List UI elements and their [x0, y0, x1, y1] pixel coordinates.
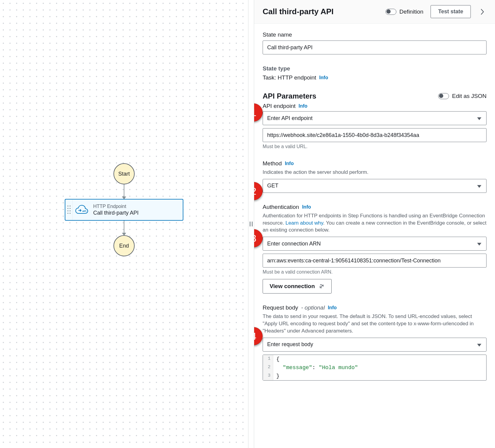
- view-connection-button[interactable]: View connection: [263, 279, 332, 294]
- state-type-label: State type: [263, 65, 487, 72]
- connector-arrow: [124, 184, 124, 199]
- authentication-select-placeholder: Enter connection ARN: [267, 241, 321, 247]
- svg-rect-4: [67, 210, 68, 211]
- svg-rect-1: [70, 206, 70, 206]
- state-name-input[interactable]: [263, 41, 487, 54]
- svg-rect-2: [67, 208, 68, 209]
- panel-header: Call third-party API Definition Test sta…: [254, 0, 495, 24]
- request-body-info-link[interactable]: Info: [328, 305, 336, 310]
- api-cloud-icon: API: [73, 204, 91, 215]
- task-title-label: Call third-party API: [93, 210, 139, 216]
- api-endpoint-select-placeholder: Enter API endpoint: [267, 115, 313, 122]
- end-node-label: End: [119, 243, 129, 249]
- edit-as-json-label: Edit as JSON: [452, 93, 487, 99]
- annotation-badge-1: 1: [254, 103, 263, 122]
- authentication-select[interactable]: Enter connection ARN: [263, 237, 487, 251]
- authentication-description: Authentication for HTTP endpoints in Ste…: [263, 212, 487, 234]
- request-body-description: The data to send in your request. The de…: [263, 313, 487, 334]
- test-state-button[interactable]: Test state: [431, 5, 471, 18]
- method-select[interactable]: GET: [263, 179, 487, 193]
- api-endpoint-input[interactable]: [263, 128, 487, 142]
- method-description: Indicates the action the server should p…: [263, 169, 487, 176]
- workflow-canvas[interactable]: Start API HTTP Endpoint Call third-party…: [0, 0, 248, 448]
- svg-rect-0: [67, 206, 68, 206]
- method-info-link[interactable]: Info: [285, 161, 293, 166]
- method-label: Method: [263, 160, 282, 167]
- annotation-badge-2: 2: [254, 182, 263, 200]
- collapse-panel-icon[interactable]: [478, 8, 487, 16]
- state-type-info-link[interactable]: Info: [319, 75, 328, 80]
- state-type-value: Task: HTTP endpoint: [263, 74, 316, 81]
- api-endpoint-label: API endpoint: [263, 103, 296, 109]
- drag-handle-icon[interactable]: [65, 200, 73, 220]
- method-select-value: GET: [267, 183, 278, 189]
- request-body-select[interactable]: Enter request body: [263, 338, 487, 352]
- start-node[interactable]: Start: [113, 163, 135, 184]
- api-endpoint-select[interactable]: Enter API endpoint: [263, 111, 487, 125]
- annotation-badge-3: 3: [254, 229, 263, 247]
- svg-rect-9: [250, 222, 251, 226]
- authentication-helper: Must be a valid connection ARN.: [263, 269, 487, 275]
- request-body-select-placeholder: Enter request body: [267, 341, 313, 348]
- task-kind-label: HTTP Endpoint: [93, 204, 139, 209]
- svg-rect-10: [252, 222, 253, 226]
- task-node-call-api[interactable]: API HTTP Endpoint Call third-party API: [65, 199, 183, 221]
- request-body-label: Request body: [263, 304, 298, 311]
- panel-title: Call third-party API: [263, 7, 378, 16]
- state-name-label: State name: [263, 31, 487, 38]
- inspector-panel: Call third-party API Definition Test sta…: [254, 0, 495, 448]
- start-node-label: Start: [118, 171, 130, 177]
- authentication-info-link[interactable]: Info: [302, 204, 311, 210]
- connection-arn-input[interactable]: [263, 254, 487, 268]
- svg-rect-6: [67, 213, 68, 214]
- definition-toggle-label: Definition: [399, 8, 423, 15]
- api-endpoint-info-link[interactable]: Info: [299, 103, 307, 109]
- annotation-badge-4: 4: [254, 327, 263, 345]
- request-body-optional: - optional: [301, 304, 325, 311]
- edit-as-json-toggle[interactable]: [438, 93, 449, 99]
- api-endpoint-helper: Must be a valid URL.: [263, 144, 487, 149]
- external-link-icon: [319, 283, 325, 289]
- pane-resize-handle[interactable]: [248, 0, 254, 448]
- svg-text:API: API: [82, 210, 86, 213]
- svg-rect-3: [70, 208, 70, 209]
- connector-arrow: [124, 221, 124, 235]
- svg-rect-5: [70, 210, 70, 211]
- learn-about-why-link[interactable]: Learn about why: [286, 220, 323, 226]
- authentication-label: Authentication: [263, 204, 299, 210]
- api-parameters-heading: API Parameters: [263, 92, 316, 100]
- definition-toggle[interactable]: [385, 9, 396, 15]
- svg-rect-7: [70, 213, 70, 214]
- end-node[interactable]: End: [113, 235, 135, 256]
- request-body-code-editor[interactable]: 1{ 2 "message": "Hola mundo" 3}: [263, 355, 487, 381]
